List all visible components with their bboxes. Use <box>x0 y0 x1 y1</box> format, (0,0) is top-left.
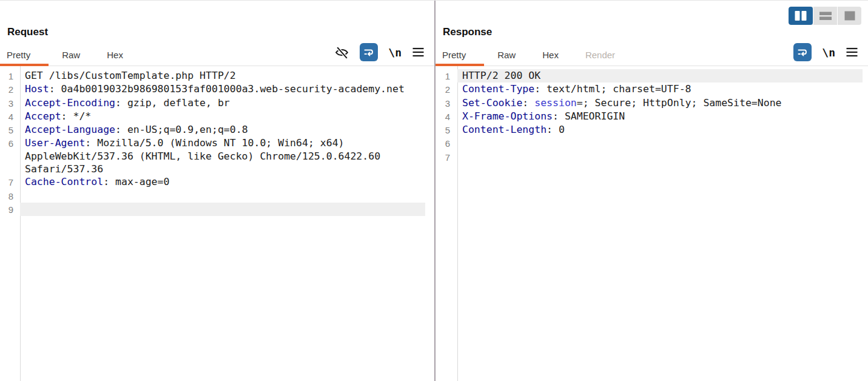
line-number: 3 <box>0 96 20 110</box>
tab-render[interactable]: Render <box>572 45 628 66</box>
response-toolbar: \n <box>793 43 858 66</box>
request-editor[interactable]: 1GET /libs/CustomTemplate.php HTTP/22Hos… <box>0 66 434 381</box>
word-wrap-icon[interactable] <box>793 43 812 61</box>
code-line: 5Content-Length: 0 <box>436 123 863 137</box>
code-line: 1GET /libs/CustomTemplate.php HTTP/2 <box>0 69 425 83</box>
code-line: 8 <box>0 189 425 203</box>
stacked-layout-icon[interactable] <box>813 7 837 25</box>
line-number: 7 <box>436 150 457 164</box>
hide-matching-icon[interactable] <box>334 43 349 61</box>
request-tabs: PrettyRawHex <box>0 45 136 66</box>
line-number: 4 <box>0 110 20 123</box>
code-line: 2Host: 0a4b0019032b986980153faf001000a3.… <box>0 83 425 96</box>
request-toolbar: \n <box>334 43 425 66</box>
code-text[interactable]: Set-Cookie: session=; Secure; HttpOnly; … <box>457 96 863 110</box>
code-text[interactable]: Accept-Language: en-US;q=0.9,en;q=0.8 <box>20 123 425 137</box>
code-text[interactable]: Accept: */* <box>20 110 425 123</box>
code-text[interactable]: HTTP/2 200 OK <box>457 69 863 83</box>
code-line: 4Accept: */* <box>0 110 425 123</box>
show-newlines-icon[interactable]: \n <box>388 43 402 61</box>
code-text[interactable]: User-Agent: Mozilla/5.0 (Windows NT 10.0… <box>20 137 425 175</box>
code-line: 6User-Agent: Mozilla/5.0 (Windows NT 10.… <box>0 137 425 175</box>
code-line: 5Accept-Language: en-US;q=0.9,en;q=0.8 <box>0 123 425 137</box>
response-tabbar: PrettyRawHexRender \n <box>436 43 868 66</box>
response-panel: Response PrettyRawHexRender \n <box>436 1 868 381</box>
menu-icon[interactable] <box>846 43 858 61</box>
tab-pretty[interactable]: Pretty <box>0 45 49 66</box>
request-tabbar: PrettyRawHex <box>0 43 434 66</box>
code-text[interactable]: Content-Length: 0 <box>457 123 863 137</box>
line-number: 2 <box>0 83 20 96</box>
request-title: Request <box>7 26 434 38</box>
menu-icon[interactable] <box>412 43 425 61</box>
line-number: 8 <box>0 189 20 203</box>
request-panel: Request PrettyRawHex <box>0 1 434 381</box>
message-editor: Request PrettyRawHex <box>0 0 868 381</box>
code-text[interactable]: Host: 0a4b0019032b986980153faf001000a3.w… <box>20 83 425 96</box>
code-line: 7 <box>436 150 863 164</box>
tab-hex[interactable]: Hex <box>93 45 136 66</box>
tab-pretty[interactable]: Pretty <box>436 45 484 66</box>
line-number: 1 <box>0 69 20 83</box>
line-number: 9 <box>0 203 20 216</box>
code-text[interactable] <box>20 203 425 216</box>
line-number: 6 <box>0 137 20 175</box>
response-editor[interactable]: 1HTTP/2 200 OK2Content-Type: text/html; … <box>436 66 868 381</box>
line-number: 3 <box>436 96 457 110</box>
code-text[interactable] <box>20 189 425 203</box>
code-line: 9 <box>0 203 425 216</box>
word-wrap-icon[interactable] <box>360 43 378 61</box>
response-title: Response <box>443 26 868 38</box>
line-number: 2 <box>436 83 457 96</box>
request-header: Request PrettyRawHex <box>0 1 434 66</box>
tab-hex[interactable]: Hex <box>529 45 572 66</box>
code-line: 3Accept-Encoding: gzip, deflate, br <box>0 96 425 110</box>
line-number: 5 <box>0 123 20 137</box>
code-line: 2Content-Type: text/html; charset=UTF-8 <box>436 83 863 96</box>
code-text[interactable]: Accept-Encoding: gzip, deflate, br <box>20 96 425 110</box>
show-newlines-icon[interactable]: \n <box>822 43 835 61</box>
code-line: 4X-Frame-Options: SAMEORIGIN <box>436 110 863 123</box>
code-line: 1HTTP/2 200 OK <box>436 69 863 83</box>
tab-raw[interactable]: Raw <box>484 45 529 66</box>
line-number: 1 <box>436 69 457 83</box>
layout-switcher <box>789 7 861 25</box>
code-line: 6 <box>436 137 863 150</box>
tab-raw[interactable]: Raw <box>49 45 93 66</box>
code-line: 3Set-Cookie: session=; Secure; HttpOnly;… <box>436 96 863 110</box>
code-text[interactable] <box>457 150 863 164</box>
code-text[interactable]: X-Frame-Options: SAMEORIGIN <box>457 110 863 123</box>
line-number: 7 <box>0 175 20 189</box>
line-number: 6 <box>436 137 457 150</box>
code-text[interactable]: GET /libs/CustomTemplate.php HTTP/2 <box>20 69 425 83</box>
response-tabs: PrettyRawHexRender <box>436 45 628 66</box>
side-by-side-layout-icon[interactable] <box>789 7 813 25</box>
code-text[interactable] <box>457 137 863 150</box>
code-text[interactable]: Cache-Control: max-age=0 <box>20 175 425 189</box>
code-text[interactable]: Content-Type: text/html; charset=UTF-8 <box>457 83 863 96</box>
single-layout-icon[interactable] <box>837 7 861 25</box>
line-number: 4 <box>436 110 457 123</box>
code-line: 7Cache-Control: max-age=0 <box>0 175 425 189</box>
line-number: 5 <box>436 123 457 137</box>
